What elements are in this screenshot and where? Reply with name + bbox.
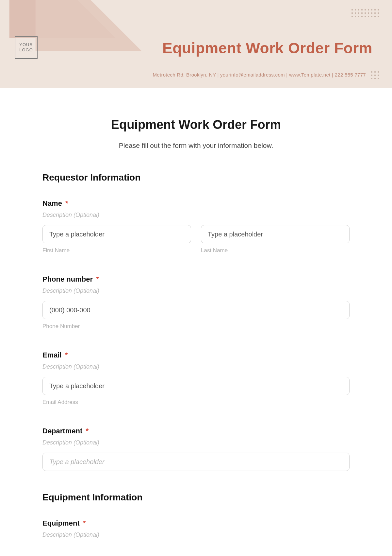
- logo-placeholder: YOUR LOGO: [15, 36, 38, 59]
- field-name: Name * Description (Optional) First Name…: [42, 199, 350, 254]
- required-mark: *: [65, 199, 68, 207]
- header-banner: YOUR LOGO Equipment Work Order Form Metr…: [0, 0, 392, 88]
- label-text: Phone number: [42, 275, 93, 283]
- field-description: Description (Optional): [42, 363, 350, 370]
- decorative-dots-icon: [351, 9, 379, 17]
- banner-contact-line: Metrotech Rd, Brooklyn, NY | yourinfo@em…: [153, 72, 366, 78]
- email-input[interactable]: [42, 377, 350, 395]
- section-heading-requestor: Requestor Information: [42, 172, 350, 183]
- last-name-input[interactable]: [201, 225, 350, 243]
- page-subtitle: Please fill out the form with your infor…: [42, 142, 350, 149]
- decorative-dots-icon: [371, 71, 379, 79]
- phone-input[interactable]: [42, 301, 350, 319]
- sublabel-phone: Phone Number: [42, 323, 350, 330]
- department-input[interactable]: [42, 453, 350, 471]
- field-label-phone: Phone number *: [42, 275, 350, 284]
- field-email: Email * Description (Optional) Email Add…: [42, 351, 350, 406]
- first-name-input[interactable]: [42, 225, 191, 243]
- field-description: Description (Optional): [42, 531, 350, 538]
- label-text: Department: [42, 427, 82, 435]
- field-phone: Phone number * Description (Optional) Ph…: [42, 275, 350, 330]
- label-text: Name: [42, 199, 62, 207]
- page-title: Equipment Work Order Form: [42, 118, 350, 132]
- field-label-department: Department *: [42, 427, 350, 435]
- field-department: Department * Description (Optional): [42, 427, 350, 471]
- sublabel-first-name: First Name: [42, 247, 191, 254]
- label-text: Equipment: [42, 519, 80, 527]
- field-description: Description (Optional): [42, 439, 350, 446]
- form-body: Equipment Work Order Form Please fill ou…: [0, 88, 392, 556]
- required-mark: *: [65, 351, 68, 359]
- field-label-equipment: Equipment *: [42, 519, 350, 528]
- field-label-email: Email *: [42, 351, 350, 359]
- field-label-name: Name *: [42, 199, 350, 208]
- label-text: Email: [42, 351, 62, 359]
- field-equipment: Equipment * Description (Optional): [42, 519, 350, 538]
- field-description: Description (Optional): [42, 287, 350, 294]
- sublabel-last-name: Last Name: [201, 247, 350, 254]
- section-heading-equipment: Equipment Information: [42, 492, 350, 503]
- banner-title: Equipment Work Order Form: [162, 39, 372, 57]
- required-mark: *: [86, 427, 89, 435]
- logo-text: YOUR LOGO: [15, 42, 37, 52]
- required-mark: *: [96, 275, 99, 283]
- sublabel-email: Email Address: [42, 399, 350, 406]
- field-description: Description (Optional): [42, 212, 350, 218]
- required-mark: *: [83, 519, 86, 527]
